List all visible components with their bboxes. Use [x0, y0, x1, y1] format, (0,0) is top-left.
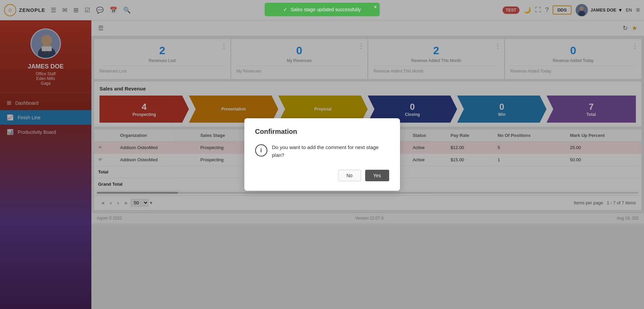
success-toast: ✓ Sales stage updated successfully × — [265, 3, 380, 16]
dialog-yes-button[interactable]: Yes — [365, 170, 389, 181]
toast-message: Sales stage updated successfully — [291, 7, 361, 12]
dialog-actions: No Yes — [255, 170, 389, 181]
info-icon: i — [255, 144, 267, 157]
dialog-no-button[interactable]: No — [338, 170, 361, 181]
confirmation-dialog: Confirmation i Do you want to add the co… — [244, 118, 400, 191]
toast-checkmark: ✓ — [283, 7, 287, 12]
dialog-body: i Do you want to add the comment for nex… — [255, 144, 389, 159]
toast-close-btn[interactable]: × — [374, 4, 377, 10]
dialog-title: Confirmation — [255, 128, 389, 136]
dialog-message: Do you want to add the comment for next … — [272, 144, 389, 159]
